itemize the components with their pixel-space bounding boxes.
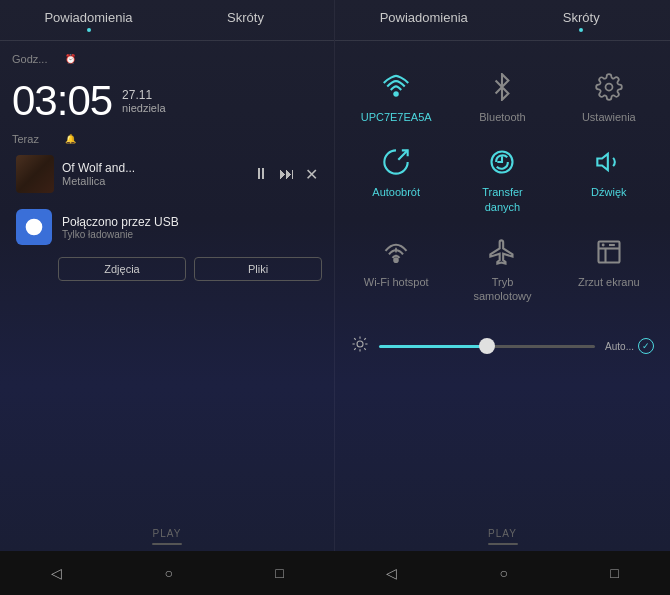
svg-line-18 (354, 349, 356, 351)
svg-point-5 (394, 258, 398, 262)
qs-airplane[interactable]: Trybsamolotowy (449, 224, 555, 314)
sound-label: Dźwięk (591, 185, 626, 199)
check-icon: ✓ (642, 341, 650, 351)
sound-icon (591, 144, 627, 180)
close-button[interactable]: ✕ (305, 165, 318, 184)
usb-title: Połączono przez USB (62, 215, 318, 229)
qs-screenshot[interactable]: Zrzut ekranu (556, 224, 662, 314)
tab-powiadomienia-left[interactable]: Powiadomienia (10, 0, 167, 40)
qs-autorotate[interactable]: Autoobrót (343, 134, 449, 224)
tab-skroty-left[interactable]: Skróty (167, 0, 324, 40)
pause-button[interactable]: ⏸ (253, 165, 269, 183)
usb-symbol (24, 217, 44, 237)
tab-powiadomienia-right[interactable]: Powiadomienia (345, 0, 503, 40)
svg-point-1 (605, 84, 612, 91)
screenshot-icon (591, 234, 627, 270)
quick-settings-grid: UPC7E7EA5A Bluetooth (335, 49, 670, 323)
svg-line-19 (364, 339, 366, 341)
usb-notification: Połączono przez USB Tylko ładowanie (4, 203, 330, 251)
recent-button-right[interactable]: □ (598, 561, 630, 585)
left-tabs: Powiadomienia Skróty (0, 0, 334, 41)
bell-icon: 🔔 (65, 134, 76, 144)
settings-label: Ustawienia (582, 110, 636, 124)
left-content: Godz... ⏰ 03:05 27.11 niedziela Teraz 🔔 (0, 41, 334, 519)
left-play-label: PLAY (153, 528, 182, 539)
music-title: Of Wolf and... (62, 161, 245, 175)
svg-line-15 (364, 349, 366, 351)
date-day: 27.11 (122, 88, 165, 102)
brightness-thumb[interactable] (479, 338, 495, 354)
screenshot-label: Zrzut ekranu (578, 275, 640, 289)
clock-time: 03:05 (12, 77, 112, 125)
right-tabs: Powiadomienia Skróty (335, 0, 670, 41)
nav-bar: ◁ ○ □ ◁ ○ □ (0, 551, 670, 595)
datatransfer-icon (484, 144, 520, 180)
clock-icon: ⏰ (65, 54, 76, 64)
svg-point-0 (394, 92, 398, 96)
brightness-auto: Auto... ✓ (605, 338, 654, 354)
photos-button[interactable]: Zdjęcia (58, 257, 186, 281)
left-panel: Powiadomienia Skróty Godz... ⏰ 03:05 27.… (0, 0, 335, 551)
bluetooth-icon (484, 69, 520, 105)
airplane-icon (484, 234, 520, 270)
autorotate-icon (378, 144, 414, 180)
music-artist: Metallica (62, 175, 245, 187)
brightness-row: Auto... ✓ (335, 327, 670, 365)
nav-left: ◁ ○ □ (0, 561, 335, 585)
qs-wifi[interactable]: UPC7E7EA5A (343, 59, 449, 134)
brightness-auto-label: Auto... (605, 341, 634, 352)
right-play-bar: PLAY (335, 519, 670, 551)
music-info: Of Wolf and... Metallica (62, 161, 245, 187)
qs-bluetooth[interactable]: Bluetooth (449, 59, 555, 134)
time-header-row: Godz... ⏰ (0, 49, 334, 69)
bluetooth-label: Bluetooth (479, 110, 525, 124)
tab-skroty-right[interactable]: Skróty (503, 0, 661, 40)
brightness-track[interactable] (379, 345, 595, 348)
usb-icon (16, 209, 52, 245)
autorotate-label: Autoobrót (372, 185, 420, 199)
now-header-row: Teraz 🔔 (0, 129, 334, 149)
music-notification: Of Wolf and... Metallica ⏸ ⏭ ✕ (4, 149, 330, 199)
now-label: Teraz (12, 133, 57, 145)
usb-actions: Zdjęcia Pliki (0, 251, 334, 287)
qs-datatransfer[interactable]: Transferdanych (449, 134, 555, 224)
back-button-right[interactable]: ◁ (374, 561, 409, 585)
back-button-left[interactable]: ◁ (39, 561, 74, 585)
settings-icon (591, 69, 627, 105)
clock-label: Godz... (12, 53, 57, 65)
date-block: 27.11 niedziela (122, 88, 165, 114)
right-content: UPC7E7EA5A Bluetooth (335, 41, 670, 519)
left-play-bar: PLAY (0, 519, 334, 551)
recent-button-left[interactable]: □ (263, 561, 295, 585)
left-play-line (152, 543, 182, 545)
usb-text-block: Połączono przez USB Tylko ładowanie (62, 215, 318, 240)
date-weekday: niedziela (122, 102, 165, 114)
home-button-right[interactable]: ○ (488, 561, 520, 585)
brightness-icon (351, 335, 369, 357)
home-button-left[interactable]: ○ (153, 561, 185, 585)
svg-line-2 (398, 151, 407, 160)
qs-hotspot[interactable]: Wi-Fi hotspot (343, 224, 449, 314)
hotspot-icon (378, 234, 414, 270)
qs-sound[interactable]: Dźwięk (556, 134, 662, 224)
right-play-label: PLAY (488, 528, 517, 539)
files-button[interactable]: Pliki (194, 257, 322, 281)
album-art (16, 155, 54, 193)
qs-settings[interactable]: Ustawienia (556, 59, 662, 134)
right-panel: Powiadomienia Skróty (335, 0, 670, 551)
datatransfer-label: Transferdanych (482, 185, 523, 214)
svg-line-14 (354, 339, 356, 341)
right-play-line (488, 543, 518, 545)
hotspot-label: Wi-Fi hotspot (364, 275, 429, 289)
album-art-inner (16, 155, 54, 193)
next-button[interactable]: ⏭ (279, 165, 295, 183)
wifi-label: UPC7E7EA5A (361, 110, 432, 124)
usb-subtitle: Tylko ładowanie (62, 229, 318, 240)
svg-marker-4 (597, 154, 608, 170)
music-controls: ⏸ ⏭ ✕ (253, 165, 318, 184)
svg-point-11 (357, 341, 363, 347)
airplane-label: Trybsamolotowy (473, 275, 531, 304)
brightness-auto-check[interactable]: ✓ (638, 338, 654, 354)
nav-right: ◁ ○ □ (335, 561, 670, 585)
wifi-icon (378, 69, 414, 105)
